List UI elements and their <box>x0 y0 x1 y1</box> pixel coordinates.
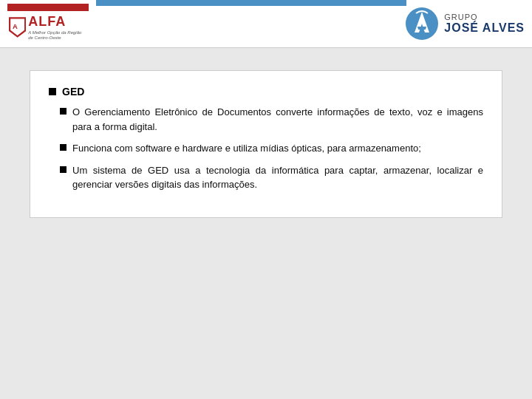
gja-icon <box>404 6 440 41</box>
item3-text: Um sistema de GED usa a tecnologia da in… <box>72 163 483 192</box>
list-item: Um sistema de GED usa a tecnologia da in… <box>49 163 483 192</box>
content-box: GED O Gerenciamento Eletrônico de Docume… <box>30 70 502 218</box>
header: A ALFA A Melhor Opção da Região de Centr… <box>0 0 532 48</box>
gja-name-label: JOSÉ ALVES <box>444 21 525 35</box>
alfa-shield-icon: A <box>9 13 26 41</box>
alfa-logo-text: ALFA <box>28 14 87 30</box>
alfa-logo-area: A ALFA A Melhor Opção da Região de Centr… <box>7 0 89 47</box>
main-heading: GED <box>49 86 483 98</box>
main-heading-bullet <box>49 88 56 95</box>
item3-bullet <box>60 166 66 173</box>
alfa-logo: A ALFA A Melhor Opção da Região de Centr… <box>7 4 89 44</box>
item1-bullet <box>60 108 66 115</box>
svg-marker-5 <box>417 27 426 30</box>
item1-text: O Gerenciamento Eletrônico de Documentos… <box>72 105 483 134</box>
header-blue-accent <box>96 0 406 6</box>
item2-bullet <box>60 144 66 151</box>
gja-text-block: GRUPO JOSÉ ALVES <box>444 13 525 35</box>
alfa-logo-subtitle: A Melhor Opção da Região de Centro-Oeste <box>28 30 87 41</box>
list-item: O Gerenciamento Eletrônico de Documentos… <box>49 105 483 134</box>
gja-grupo-label: GRUPO <box>444 13 477 21</box>
alfa-logo-top-bar <box>7 4 89 11</box>
main-heading-text: GED <box>62 86 84 98</box>
list-item: Funciona com software e hardware e utili… <box>49 141 483 156</box>
svg-text:A: A <box>13 22 18 30</box>
item2-text: Funciona com software e hardware e utili… <box>72 141 421 156</box>
main-content: GED O Gerenciamento Eletrônico de Docume… <box>0 48 532 240</box>
gja-logo-area: GRUPO JOSÉ ALVES <box>404 6 525 41</box>
